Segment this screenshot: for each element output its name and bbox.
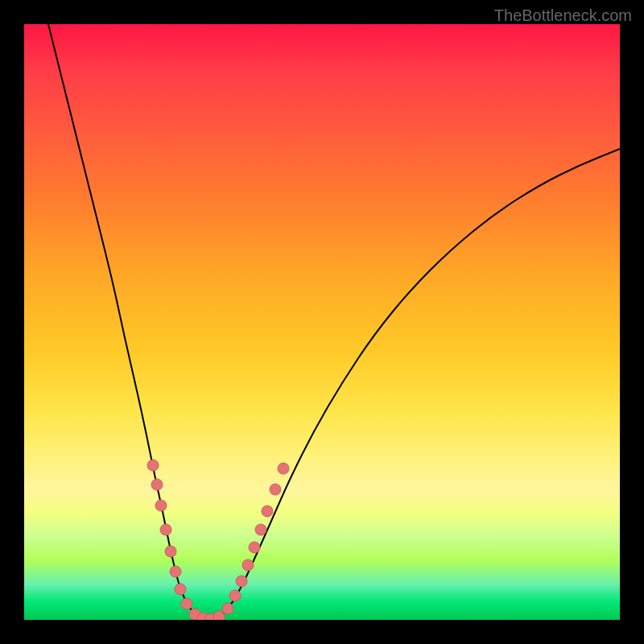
data-point: [213, 611, 225, 620]
data-point: [165, 546, 176, 557]
data-point: [147, 460, 159, 471]
chart-svg: [24, 24, 620, 620]
data-point: [151, 479, 163, 490]
chart-plot-area: [24, 24, 620, 620]
data-point: [175, 584, 186, 595]
data-point: [278, 463, 289, 474]
left-curve-line: [48, 24, 205, 620]
data-point: [242, 559, 254, 571]
right-curve-line: [213, 149, 620, 620]
data-point: [249, 542, 260, 553]
data-point: [170, 566, 181, 577]
data-point: [160, 524, 171, 535]
watermark-text: TheBottleneck.com: [494, 6, 632, 25]
data-point: [236, 576, 247, 587]
data-point: [155, 500, 167, 511]
data-point: [222, 603, 233, 614]
data-point: [229, 590, 241, 601]
data-point: [255, 524, 266, 535]
data-point: [262, 506, 273, 517]
data-point: [270, 484, 281, 495]
data-point: [181, 598, 192, 609]
